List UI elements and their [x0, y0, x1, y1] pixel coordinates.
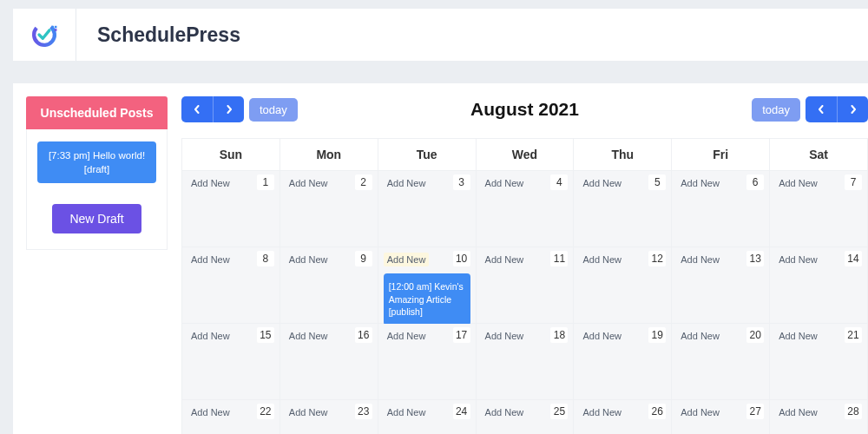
calendar-toolbar: today August 2021 today	[181, 96, 868, 138]
unscheduled-post[interactable]: [7:33 pm] Hello world! [draft]	[37, 141, 156, 183]
day-number: 25	[550, 404, 568, 419]
new-draft-button[interactable]: New Draft	[52, 204, 141, 233]
calendar-cell[interactable]: Add New6	[672, 171, 770, 247]
calendar-cell[interactable]: Add New15	[182, 324, 280, 400]
svg-rect-1	[52, 26, 55, 29]
add-new-button[interactable]: Add New	[677, 329, 723, 343]
calendar-cell[interactable]: Add New26	[574, 400, 672, 434]
logo	[13, 9, 76, 61]
calendar-cell[interactable]: Add New23	[280, 400, 378, 434]
calendar-cell[interactable]: Add New9	[280, 247, 378, 324]
day-number: 8	[257, 251, 274, 266]
calendar-cell[interactable]: Add New11	[477, 247, 575, 324]
sidebar-header: Unscheduled Posts	[26, 96, 168, 129]
calendar-cell[interactable]: Add New7	[770, 171, 868, 247]
day-number: 3	[453, 174, 470, 190]
add-new-button[interactable]: Add New	[579, 253, 625, 266]
add-new-button[interactable]: Add New	[384, 405, 430, 419]
scheduled-post[interactable]: [12:00 am] Kevin's Amazing Article[publi…	[384, 273, 470, 326]
chevron-right-icon	[849, 105, 858, 114]
title-bar: SchedulePress	[76, 9, 868, 61]
day-number: 19	[648, 327, 666, 343]
day-number: 22	[257, 404, 274, 419]
calendar-cell[interactable]: Add New14	[770, 247, 868, 324]
add-new-button[interactable]: Add New	[187, 405, 233, 419]
add-new-button[interactable]: Add New	[286, 329, 332, 343]
post-status: [draft]	[84, 164, 109, 174]
chevron-left-icon	[817, 105, 825, 114]
today-button-left[interactable]: today	[249, 98, 298, 122]
day-number: 14	[845, 251, 862, 266]
add-new-button[interactable]: Add New	[286, 405, 332, 419]
post-status: [publish]	[389, 306, 423, 317]
day-number: 13	[746, 251, 764, 266]
add-new-button[interactable]: Add New	[775, 176, 821, 190]
workspace: Unscheduled Posts [7:33 pm] Hello world!…	[13, 83, 868, 434]
day-number: 11	[550, 251, 568, 266]
add-new-button[interactable]: Add New	[482, 176, 528, 190]
day-number: 28	[845, 404, 862, 419]
calendar-cell[interactable]: Add New19	[574, 324, 672, 400]
day-number: 1	[257, 174, 274, 190]
add-new-button[interactable]: Add New	[482, 329, 528, 343]
day-number: 10	[453, 251, 470, 266]
prev-month-button-2[interactable]	[806, 96, 837, 122]
add-new-button[interactable]: Add New	[384, 329, 430, 343]
calendar-cell[interactable]: Add New16	[280, 324, 378, 400]
calendar-cell[interactable]: Add New4	[477, 171, 575, 247]
calendar-cell[interactable]: Add New3	[378, 171, 477, 247]
add-new-button[interactable]: Add New	[775, 405, 821, 419]
add-new-button[interactable]: Add New	[482, 405, 528, 419]
day-number: 6	[746, 174, 764, 190]
calendar-cell[interactable]: Add New25	[477, 400, 575, 434]
add-new-button[interactable]: Add New	[187, 329, 233, 343]
add-new-button[interactable]: Add New	[384, 176, 430, 190]
add-new-button[interactable]: Add New	[579, 176, 625, 190]
add-new-button[interactable]: Add New	[677, 253, 723, 266]
svg-rect-3	[52, 29, 55, 31]
add-new-button[interactable]: Add New	[384, 253, 430, 266]
calendar-cell[interactable]: Add New20	[672, 324, 770, 400]
day-number: 23	[355, 404, 372, 419]
add-new-button[interactable]: Add New	[187, 253, 233, 266]
sidebar-body: [7:33 pm] Hello world! [draft] New Draft	[26, 129, 168, 250]
calendar-cell[interactable]: Add New8	[182, 247, 280, 324]
day-number: 2	[355, 174, 372, 190]
add-new-button[interactable]: Add New	[286, 176, 332, 190]
calendar-cell[interactable]: Add New24	[378, 400, 477, 434]
calendar-cell[interactable]: Add New27	[672, 400, 770, 434]
calendar-cell[interactable]: Add New2	[280, 171, 378, 247]
calendar-cell[interactable]: Add New1	[182, 171, 280, 247]
calendar-cell[interactable]: Add New28	[770, 400, 868, 434]
calendar-cell[interactable]: Add New21	[770, 324, 868, 400]
day-number: 12	[648, 251, 666, 266]
post-time: [7:33 pm]	[49, 150, 90, 161]
calendar-cell[interactable]: Add New18	[477, 324, 575, 400]
calendar-cell[interactable]: Add New22	[182, 400, 280, 434]
add-new-button[interactable]: Add New	[677, 176, 723, 190]
calendar-cell[interactable]: Add New12	[574, 247, 672, 324]
add-new-button[interactable]: Add New	[187, 176, 233, 190]
add-new-button[interactable]: Add New	[482, 253, 528, 266]
add-new-button[interactable]: Add New	[579, 329, 625, 343]
next-month-button[interactable]	[213, 96, 244, 122]
calendar-main: today August 2021 today SunMonTueWedThuF…	[168, 96, 868, 434]
calendar-cell[interactable]: Add New5	[574, 171, 672, 247]
calendar-cell[interactable]: Add New13	[672, 247, 770, 324]
calendar-cell[interactable]: Add New10[12:00 am] Kevin's Amazing Arti…	[378, 247, 477, 324]
add-new-button[interactable]: Add New	[286, 253, 332, 266]
calendar-cell[interactable]: Add New17	[378, 324, 477, 400]
add-new-button[interactable]: Add New	[579, 405, 625, 419]
prev-month-button[interactable]	[181, 96, 213, 122]
dow-header: Tue	[378, 139, 477, 171]
day-number: 21	[845, 327, 862, 343]
add-new-button[interactable]: Add New	[775, 253, 821, 266]
next-month-button-2[interactable]	[837, 96, 868, 122]
add-new-button[interactable]: Add New	[677, 405, 723, 419]
today-button-right[interactable]: today	[752, 98, 800, 122]
day-number: 9	[355, 251, 372, 266]
nav-right-group	[806, 96, 868, 122]
post-time: [12:00 am]	[389, 281, 432, 292]
add-new-button[interactable]: Add New	[775, 329, 821, 343]
svg-rect-4	[55, 29, 57, 31]
